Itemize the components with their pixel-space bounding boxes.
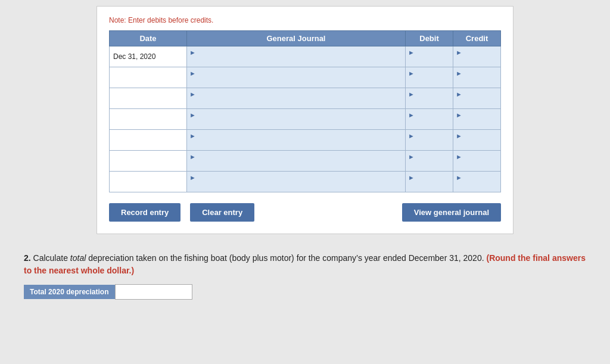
col-header-date: Date (110, 31, 187, 46)
debit-input-7[interactable] (408, 182, 450, 191)
table-row: ► ► ► (110, 109, 501, 130)
question-2-section: 2. Calculate total depreciation taken on… (12, 252, 598, 300)
question-italic: total (70, 253, 86, 263)
journal-input-2[interactable] (189, 78, 403, 86)
arrow-icon-debit-4: ► (408, 111, 415, 119)
journal-cell-2[interactable]: ► (187, 67, 406, 88)
credit-input-2[interactable] (456, 78, 498, 86)
journal-cell-6[interactable]: ► (187, 151, 406, 172)
arrow-icon-credit-4: ► (456, 111, 462, 119)
credit-cell-5[interactable]: ► (453, 130, 501, 151)
total-depreciation-label: Total 2020 depreciation (24, 285, 115, 299)
arrow-icon-6: ► (189, 153, 196, 160)
journal-input-3[interactable] (189, 99, 403, 107)
arrow-icon-credit-1: ► (456, 49, 462, 56)
debit-input-4[interactable] (408, 120, 450, 128)
clear-entry-button[interactable]: Clear entry (190, 203, 254, 222)
debit-cell-2[interactable]: ► (406, 67, 453, 88)
arrow-icon-debit-7: ► (408, 174, 415, 181)
debit-input-6[interactable] (408, 161, 450, 170)
journal-input-4[interactable] (189, 120, 403, 128)
credit-cell-3[interactable]: ► (453, 88, 501, 109)
credit-input-4[interactable] (456, 120, 498, 128)
arrow-icon-4: ► (189, 111, 196, 119)
question-number: 2. (24, 253, 31, 263)
arrow-icon-debit-6: ► (408, 153, 415, 160)
table-row: ► ► ► (110, 130, 501, 151)
question-text-before: Calculate (31, 253, 70, 263)
date-cell-6 (110, 151, 187, 172)
col-header-debit: Debit (406, 31, 453, 46)
table-row: ► ► ► (110, 172, 501, 192)
arrow-icon-5: ► (189, 132, 196, 139)
debit-cell-1[interactable]: ► (406, 46, 453, 67)
journal-input-7[interactable] (189, 182, 403, 191)
date-cell-5 (110, 130, 187, 151)
debit-cell-5[interactable]: ► (406, 130, 453, 151)
arrow-icon-credit-2: ► (456, 70, 462, 77)
arrow-icon-2: ► (189, 70, 196, 77)
credit-cell-6[interactable]: ► (453, 151, 501, 172)
table-row: ► ► ► (110, 151, 501, 172)
view-general-journal-button[interactable]: View general journal (402, 203, 501, 222)
date-cell-3 (110, 88, 187, 109)
record-entry-button[interactable]: Record entry (109, 203, 180, 222)
journal-cell-3[interactable]: ► (187, 88, 406, 109)
journal-cell-4[interactable]: ► (187, 109, 406, 130)
journal-input-1[interactable] (189, 57, 403, 66)
journal-card: Note: Enter debits before credits. Date … (97, 6, 513, 234)
table-row: ► ► ► (110, 88, 501, 109)
question-text-after: depreciation taken on the fishing boat (… (86, 253, 484, 263)
table-row: ► ► ► (110, 67, 501, 88)
debit-cell-6[interactable]: ► (406, 151, 453, 172)
journal-cell-1[interactable]: ► (187, 46, 406, 67)
col-header-journal: General Journal (187, 31, 406, 46)
arrow-icon-1: ► (189, 49, 196, 56)
credit-input-6[interactable] (456, 161, 498, 170)
table-row: Dec 31, 2020 ► ► ► (110, 46, 501, 67)
journal-cell-7[interactable]: ► (187, 172, 406, 192)
date-cell-2 (110, 67, 187, 88)
debit-input-2[interactable] (408, 78, 450, 86)
arrow-icon-3: ► (189, 91, 196, 98)
date-cell-4 (110, 109, 187, 130)
credit-input-1[interactable] (456, 57, 498, 66)
arrow-icon-debit-3: ► (408, 91, 415, 98)
credit-input-5[interactable] (456, 141, 498, 149)
action-buttons-row: Record entry Clear entry View general jo… (109, 203, 501, 222)
credit-cell-7[interactable]: ► (453, 172, 501, 192)
arrow-icon-debit-1: ► (408, 49, 415, 56)
debit-input-1[interactable] (408, 57, 450, 66)
arrow-icon-credit-7: ► (456, 174, 462, 181)
date-cell-1: Dec 31, 2020 (110, 46, 187, 67)
debit-cell-3[interactable]: ► (406, 88, 453, 109)
credit-cell-4[interactable]: ► (453, 109, 501, 130)
credit-input-7[interactable] (456, 182, 498, 191)
arrow-icon-debit-2: ► (408, 70, 415, 77)
journal-input-6[interactable] (189, 161, 403, 170)
journal-cell-5[interactable]: ► (187, 130, 406, 151)
total-depreciation-row: Total 2020 depreciation (24, 284, 586, 300)
journal-input-5[interactable] (189, 141, 403, 149)
debit-cell-7[interactable]: ► (406, 172, 453, 192)
debit-cell-4[interactable]: ► (406, 109, 453, 130)
credit-cell-2[interactable]: ► (453, 67, 501, 88)
arrow-icon-credit-5: ► (456, 132, 462, 139)
debit-input-3[interactable] (408, 99, 450, 107)
debit-input-5[interactable] (408, 141, 450, 149)
journal-table: Date General Journal Debit Credit Dec 31… (109, 30, 501, 192)
credit-cell-1[interactable]: ► (453, 46, 501, 67)
arrow-icon-7: ► (189, 174, 196, 181)
col-header-credit: Credit (453, 31, 501, 46)
arrow-icon-credit-3: ► (456, 91, 462, 98)
note-text: Note: Enter debits before credits. (109, 16, 501, 24)
question-2-text: 2. Calculate total depreciation taken on… (24, 252, 586, 277)
arrow-icon-debit-5: ► (408, 132, 415, 139)
credit-input-3[interactable] (456, 99, 498, 107)
arrow-icon-credit-6: ► (456, 153, 462, 160)
date-cell-7 (110, 172, 187, 192)
total-depreciation-input[interactable] (115, 284, 192, 300)
